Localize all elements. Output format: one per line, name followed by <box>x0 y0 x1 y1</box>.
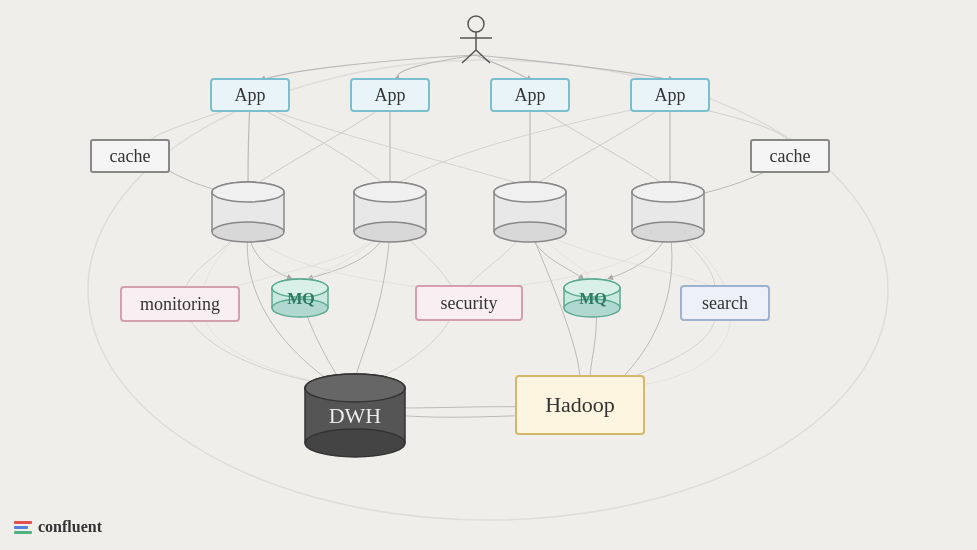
app-node-3: App <box>490 78 570 112</box>
logo-line-3 <box>14 531 32 534</box>
svg-point-28 <box>632 222 704 242</box>
svg-point-17 <box>354 182 426 202</box>
app-node-4: App <box>630 78 710 112</box>
svg-point-29 <box>632 182 704 202</box>
hadoop-node: Hadoop <box>515 375 645 435</box>
mq-label-2: MQ <box>566 284 620 314</box>
svg-point-16 <box>354 222 426 242</box>
app-node-2: App <box>350 78 430 112</box>
svg-point-11 <box>212 182 284 202</box>
confluent-logo: confluent <box>14 518 102 536</box>
svg-point-10 <box>212 222 284 242</box>
app-node-1: App <box>210 78 290 112</box>
logo-line-1 <box>14 521 32 524</box>
svg-point-23 <box>494 182 566 202</box>
dwh-label: DWH <box>305 398 405 434</box>
confluent-logo-icon <box>14 521 32 534</box>
logo-line-2 <box>14 526 28 529</box>
mq-label-1: MQ <box>274 284 328 314</box>
monitoring-node: monitoring <box>120 286 240 322</box>
main-canvas: App App App App cache cache monitoring M… <box>0 0 977 550</box>
confluent-logo-text: confluent <box>38 518 102 536</box>
security-node: security <box>415 285 523 321</box>
diagram-svg <box>0 0 977 550</box>
cache-right-node: cache <box>750 139 830 173</box>
svg-point-22 <box>494 222 566 242</box>
svg-point-1 <box>468 16 484 32</box>
cache-left-node: cache <box>90 139 170 173</box>
search-node: search <box>680 285 770 321</box>
